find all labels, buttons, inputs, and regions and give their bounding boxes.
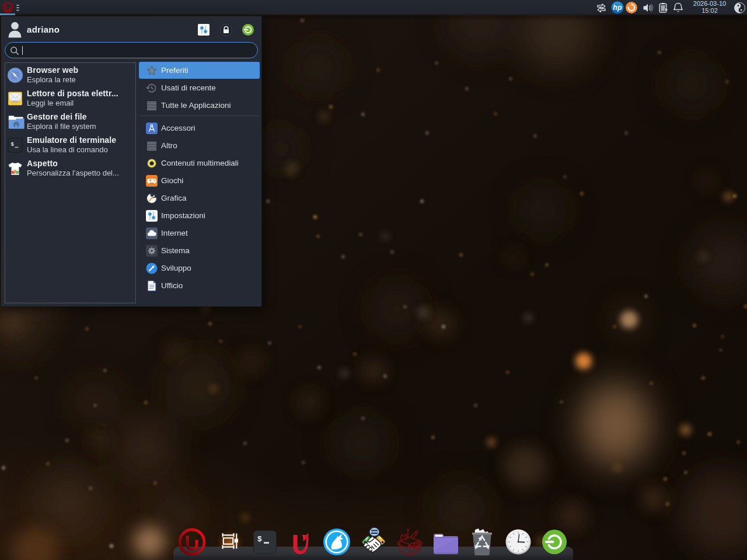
svg-text:$: $ [11,142,15,148]
svg-text:hp: hp [613,4,622,12]
svg-text:$: $ [257,535,262,544]
